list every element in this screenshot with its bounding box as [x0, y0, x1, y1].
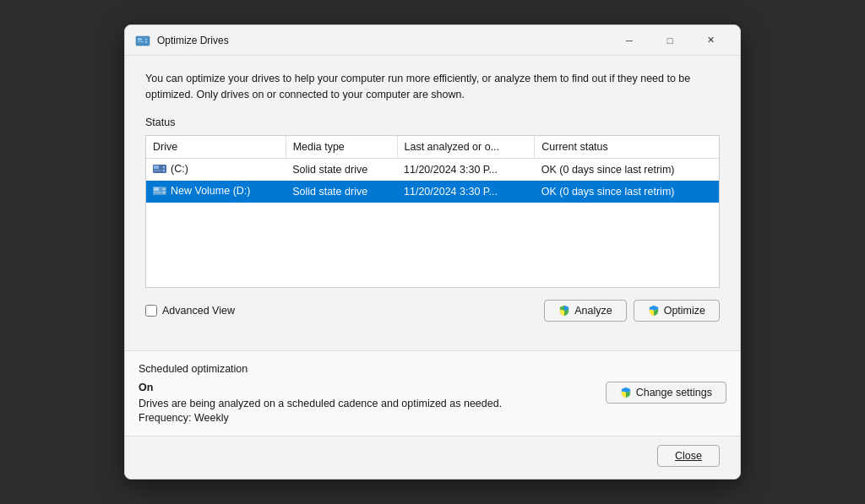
advanced-view-checkbox[interactable] — [145, 305, 157, 317]
media-type: Solid state drive — [286, 158, 397, 181]
optimize-shield-icon — [648, 305, 660, 317]
col-media-type: Media type — [286, 136, 397, 159]
last-analyzed: 11/20/2024 3:30 P... — [397, 181, 535, 203]
window-icon — [135, 33, 150, 48]
advanced-view-text: Advanced View — [162, 305, 235, 317]
svg-rect-1 — [138, 38, 142, 41]
table-header-row: Drive Media type Last analyzed or o... C… — [146, 136, 719, 159]
change-settings-label: Change settings — [636, 387, 712, 398]
col-current-status: Current status — [535, 136, 719, 159]
optimize-button[interactable]: Optimize — [634, 300, 720, 322]
svg-point-7 — [163, 165, 166, 168]
svg-point-3 — [145, 41, 147, 43]
change-settings-button[interactable]: Change settings — [606, 382, 726, 404]
scheduled-status: On — [139, 382, 606, 393]
col-last-analyzed: Last analyzed or o... — [397, 136, 535, 159]
drive-name: (C:) — [171, 163, 188, 175]
minimize-button[interactable]: ─ — [610, 29, 649, 52]
svg-rect-14 — [154, 192, 161, 192]
media-type: Solid state drive — [286, 181, 397, 203]
analyze-label: Analyze — [574, 305, 612, 317]
toolbar-row: Advanced View Analyze — [145, 300, 720, 322]
drive-icon: New Volume (D:) — [153, 185, 250, 197]
svg-point-12 — [163, 187, 166, 190]
settings-shield-icon — [620, 387, 632, 398]
drive-table-container: Drive Media type Last analyzed or o... C… — [145, 135, 720, 288]
drive-name: New Volume (D:) — [171, 185, 250, 197]
svg-point-2 — [145, 38, 147, 40]
scheduled-description: Drives are being analyzed on a scheduled… — [139, 398, 606, 409]
title-bar: Optimize Drives ─ □ ✕ — [125, 25, 740, 56]
close-button[interactable]: Close — [657, 445, 720, 467]
main-content: You can optimize your drives to help you… — [125, 56, 740, 350]
status-label: Status — [145, 117, 720, 128]
footer-row: Close — [125, 436, 740, 479]
col-drive: Drive — [146, 136, 286, 159]
current-status: OK (0 days since last retrim) — [535, 158, 719, 181]
close-window-button[interactable]: ✕ — [691, 29, 730, 52]
drive-icon: (C:) — [153, 163, 188, 175]
svg-point-8 — [163, 169, 166, 171]
svg-rect-11 — [154, 187, 159, 191]
svg-point-13 — [163, 191, 166, 193]
hdd-icon — [153, 186, 166, 196]
svg-rect-4 — [138, 41, 144, 42]
optimize-drives-window: Optimize Drives ─ □ ✕ You can optimize y… — [124, 24, 741, 480]
window-controls: ─ □ ✕ — [610, 29, 730, 52]
svg-rect-9 — [154, 170, 161, 171]
advanced-view-label[interactable]: Advanced View — [145, 305, 537, 317]
svg-rect-6 — [154, 165, 159, 169]
scheduled-inner: On Drives are being analyzed on a schedu… — [139, 382, 726, 424]
svg-rect-0 — [136, 36, 150, 46]
table-row[interactable]: New Volume (D:)Solid state drive11/20/20… — [146, 181, 719, 203]
optimize-label: Optimize — [664, 305, 705, 317]
table-empty-space — [146, 203, 719, 287]
scheduled-frequency: Frequency: Weekly — [139, 412, 606, 424]
table-row[interactable]: (C:)Solid state drive11/20/2024 3:30 P..… — [146, 158, 719, 181]
maximize-button[interactable]: □ — [650, 29, 689, 52]
scheduled-section: Scheduled optimization On Drives are bei… — [125, 350, 740, 436]
scheduled-info: On Drives are being analyzed on a schedu… — [139, 382, 606, 424]
analyze-button[interactable]: Analyze — [544, 300, 626, 322]
last-analyzed: 11/20/2024 3:30 P... — [397, 158, 535, 181]
drive-table: Drive Media type Last analyzed or o... C… — [146, 136, 719, 203]
window-title: Optimize Drives — [157, 35, 610, 46]
description-text: You can optimize your drives to help you… — [145, 71, 720, 103]
scheduled-section-label: Scheduled optimization — [139, 363, 726, 375]
current-status: OK (0 days since last retrim) — [535, 181, 719, 203]
hdd-icon — [153, 164, 166, 174]
analyze-shield-icon — [558, 305, 570, 317]
